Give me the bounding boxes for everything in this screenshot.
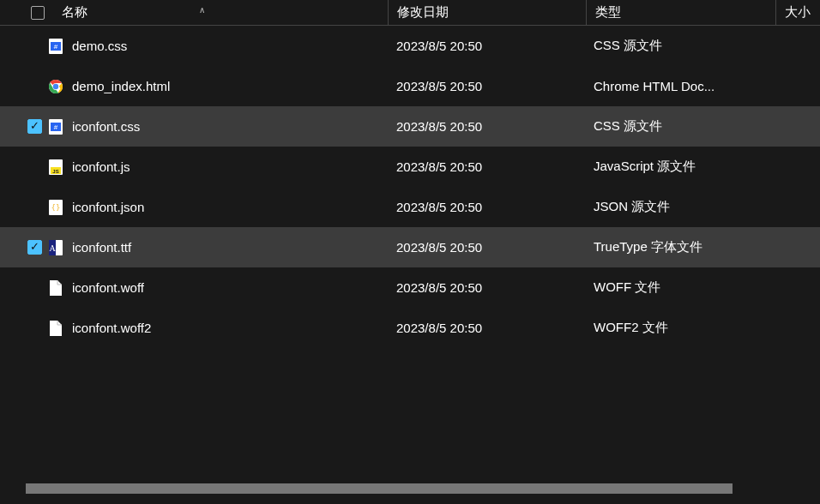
cell-type: JSON 源文件 (585, 187, 774, 227)
header-type-label: 类型 (595, 4, 621, 21)
file-name: demo_index.html (72, 79, 170, 93)
svg-text:#: # (54, 123, 58, 131)
cell-date: 2023/8/5 20:50 (388, 227, 585, 267)
scrollbar-thumb[interactable] (26, 483, 733, 494)
cell-name: demo_index.html (0, 66, 388, 106)
cell-type: Chrome HTML Doc... (585, 66, 774, 106)
file-row[interactable]: #demo.css2023/8/5 20:50CSS 源文件 (0, 26, 820, 66)
cell-size (774, 106, 812, 147)
json-file-icon: {} (48, 199, 63, 216)
sort-ascending-icon: ∧ (199, 5, 205, 15)
cell-size (774, 66, 812, 106)
cell-size (774, 147, 812, 187)
cell-name: #iconfont.css (0, 106, 388, 147)
file-row[interactable]: iconfont.woff2023/8/5 20:50WOFF 文件 (0, 267, 820, 308)
file-name: iconfont.ttf (72, 240, 131, 255)
cell-size (774, 227, 812, 267)
file-file-icon (48, 279, 63, 297)
cell-name: Aiconfont.ttf (0, 227, 388, 267)
ttf-file-icon: A (48, 239, 63, 256)
css-file-icon: # (48, 118, 63, 135)
cell-date: 2023/8/5 20:50 (388, 187, 585, 227)
file-name: iconfont.css (72, 119, 140, 134)
cell-type: CSS 源文件 (585, 26, 774, 66)
file-row[interactable]: Aiconfont.ttf2023/8/5 20:50TrueType 字体文件 (0, 227, 820, 267)
file-name: iconfont.json (72, 200, 144, 214)
cell-name: #demo.css (0, 26, 388, 66)
cell-size (774, 308, 812, 348)
file-list: #demo.css2023/8/5 20:50CSS 源文件demo_index… (0, 26, 820, 348)
css-file-icon: # (48, 38, 63, 55)
header-size-label: 大小 (785, 4, 811, 21)
cell-name: iconfont.woff2 (0, 308, 388, 348)
cell-date: 2023/8/5 20:50 (388, 66, 585, 106)
cell-size (774, 26, 812, 66)
cell-date: 2023/8/5 20:50 (388, 267, 585, 308)
cell-name: {}iconfont.json (0, 187, 388, 227)
column-header-type[interactable]: 类型 (587, 0, 775, 25)
file-name: demo.css (72, 39, 127, 53)
cell-date: 2023/8/5 20:50 (388, 308, 585, 348)
cell-size (774, 187, 812, 227)
chrome-file-icon (48, 78, 63, 95)
file-name: iconfont.woff (72, 280, 144, 295)
row-checkbox[interactable] (27, 240, 42, 255)
js-file-icon: JS (48, 159, 63, 176)
cell-date: 2023/8/5 20:50 (388, 106, 585, 147)
file-file-icon (48, 320, 63, 337)
column-header-date[interactable]: 修改日期 (389, 0, 586, 25)
cell-date: 2023/8/5 20:50 (388, 26, 585, 66)
row-checkbox[interactable] (27, 119, 42, 134)
cell-type: JavaScript 源文件 (585, 147, 774, 187)
horizontal-scrollbar[interactable] (26, 483, 811, 494)
column-header-size[interactable]: 大小 (776, 0, 819, 25)
file-row[interactable]: JSiconfont.js2023/8/5 20:50JavaScript 源文… (0, 147, 820, 187)
cell-type: CSS 源文件 (585, 106, 774, 147)
file-row[interactable]: {}iconfont.json2023/8/5 20:50JSON 源文件 (0, 187, 820, 227)
svg-text:JS: JS (52, 168, 58, 173)
file-row[interactable]: #iconfont.css2023/8/5 20:50CSS 源文件 (0, 106, 820, 147)
svg-text:#: # (54, 43, 58, 51)
svg-text:{}: {} (51, 203, 61, 212)
header-name-label: 名称 (62, 4, 87, 21)
cell-size (774, 267, 812, 308)
column-header: 名称 ∧ 修改日期 类型 大小 (0, 0, 820, 26)
column-header-name[interactable]: 名称 ∧ (0, 0, 388, 25)
cell-type: WOFF2 文件 (585, 308, 774, 348)
cell-type: TrueType 字体文件 (585, 227, 774, 267)
svg-text:A: A (49, 243, 56, 253)
header-date-label: 修改日期 (397, 4, 449, 21)
cell-date: 2023/8/5 20:50 (388, 147, 585, 187)
cell-type: WOFF 文件 (585, 267, 774, 308)
file-name: iconfont.woff2 (72, 321, 151, 335)
file-row[interactable]: demo_index.html2023/8/5 20:50Chrome HTML… (0, 66, 820, 106)
cell-name: iconfont.woff (0, 267, 388, 308)
file-name: iconfont.js (72, 159, 130, 174)
cell-name: JSiconfont.js (0, 147, 388, 187)
file-row[interactable]: iconfont.woff22023/8/5 20:50WOFF2 文件 (0, 308, 820, 348)
